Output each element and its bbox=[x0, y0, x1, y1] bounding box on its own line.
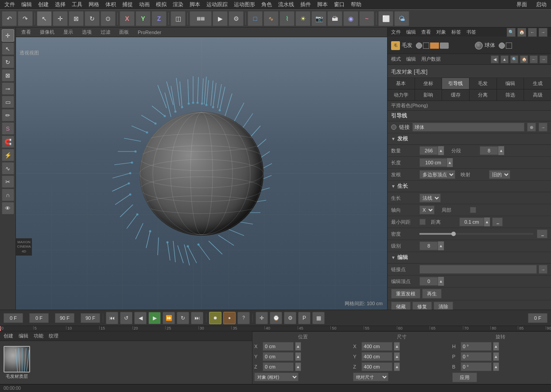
material-item-fur[interactable]: 毛发材质层 bbox=[4, 346, 30, 380]
render-region-button[interactable]: ▦▦ bbox=[190, 11, 212, 26]
rt-view[interactable]: 查看 bbox=[421, 29, 431, 35]
tp-to-start-btn[interactable]: ⏮ bbox=[106, 312, 118, 324]
tab-dynamics[interactable]: 动力学 bbox=[388, 89, 415, 101]
left-rect-btn[interactable]: ▭ bbox=[2, 96, 14, 108]
rt-file[interactable]: 文件 bbox=[391, 29, 401, 35]
menu-mesh[interactable]: 网格 bbox=[86, 0, 102, 9]
rot-p-input[interactable] bbox=[461, 352, 492, 361]
left-scale-btn[interactable]: ⊠ bbox=[2, 69, 14, 82]
attr-nav-left[interactable]: ◀ bbox=[491, 55, 499, 63]
preview-end-input[interactable] bbox=[81, 313, 100, 323]
coord-mode-select[interactable]: 对象 (相对) bbox=[254, 373, 299, 381]
camera-button[interactable]: 📷 bbox=[311, 11, 326, 26]
menu-plugins[interactable]: 插件 bbox=[298, 0, 314, 9]
tp-next-frame-btn[interactable]: ↻ bbox=[177, 312, 189, 324]
distance-up-btn[interactable]: ▲ bbox=[484, 217, 490, 226]
tp-play-fwd-btn[interactable]: ⏩ bbox=[163, 312, 175, 324]
guide-link-arrow-btn[interactable]: → bbox=[539, 123, 547, 132]
left-spline-btn[interactable]: ∿ bbox=[2, 162, 14, 175]
mapping-select[interactable]: 旧的 bbox=[489, 170, 510, 179]
menu-select[interactable]: 选择 bbox=[52, 0, 68, 9]
guide-link-tag-btn[interactable]: ⊕ bbox=[527, 123, 536, 132]
guide-link-input[interactable] bbox=[412, 123, 524, 132]
count-input[interactable] bbox=[420, 148, 438, 153]
rt-object[interactable]: 对象 bbox=[436, 29, 446, 35]
tp-record-btn[interactable]: ⏺ bbox=[209, 312, 221, 324]
size-z-input[interactable] bbox=[361, 362, 392, 371]
density-slider[interactable] bbox=[419, 233, 533, 235]
attr-nav-fwd2[interactable]: → bbox=[539, 55, 547, 63]
tab-coord[interactable]: 坐标 bbox=[415, 78, 442, 89]
direction-select[interactable]: X bbox=[419, 206, 435, 214]
fur-visibility-dot[interactable] bbox=[416, 43, 422, 49]
count-up-btn[interactable]: ▲ bbox=[438, 146, 444, 155]
level-input[interactable] bbox=[420, 243, 438, 248]
left-bridge-btn[interactable]: ∩ bbox=[2, 189, 14, 201]
edit-section[interactable]: ▼ 编辑 bbox=[388, 252, 551, 264]
menu-window[interactable]: 窗口 bbox=[331, 0, 347, 9]
edit-vertex-up-btn[interactable]: ▲ bbox=[438, 277, 444, 286]
floor-button[interactable]: ⬜ bbox=[378, 11, 393, 26]
rot-p-spin[interactable]: ▲ bbox=[493, 352, 499, 361]
rt-nav-back[interactable]: ← bbox=[528, 28, 537, 37]
rt-tag[interactable]: 标签 bbox=[451, 29, 461, 35]
pos-x-spin[interactable]: ▲ bbox=[295, 342, 301, 351]
size-x-spin[interactable]: ▲ bbox=[394, 342, 400, 351]
rt-search-icon[interactable]: 🔍 bbox=[507, 28, 516, 37]
sky-button[interactable]: 🌤 bbox=[394, 11, 409, 26]
object-sphere[interactable]: 球体 bbox=[475, 42, 548, 50]
render-all-button[interactable]: ⚙ bbox=[229, 11, 244, 26]
count-spinner[interactable]: ▲ bbox=[419, 146, 444, 155]
left-paint-btn[interactable]: ✏ bbox=[2, 109, 14, 121]
left-sculpt-btn[interactable]: S bbox=[2, 122, 14, 135]
tab-edit[interactable]: 编辑 bbox=[497, 78, 524, 89]
pos-y-spin[interactable]: ▲ bbox=[295, 352, 301, 361]
attr-edit-tab[interactable]: 编辑 bbox=[406, 56, 416, 62]
tab-filter[interactable]: 筛选 bbox=[497, 89, 524, 101]
tab-separate[interactable]: 分离 bbox=[470, 89, 497, 101]
tab-hair[interactable]: 毛发 bbox=[470, 78, 497, 89]
pos-y-input[interactable] bbox=[263, 352, 294, 361]
edit-vertex-spinner[interactable]: ▲ bbox=[419, 277, 444, 286]
end-frame-input[interactable] bbox=[55, 313, 74, 323]
size-x-input[interactable] bbox=[361, 342, 392, 351]
vp-tab-camera[interactable]: 摄像机 bbox=[38, 28, 56, 36]
vp-tab-panel[interactable]: 面板 bbox=[117, 28, 131, 36]
tp-puppet-btn[interactable]: P bbox=[298, 312, 310, 324]
light-button[interactable]: ☀ bbox=[295, 11, 310, 26]
select-tool-button[interactable]: ↖ bbox=[37, 11, 52, 26]
save-btn[interactable]: 储藏 bbox=[391, 302, 411, 310]
rotate-tool-button[interactable]: ↻ bbox=[85, 11, 100, 26]
distance-dots-btn[interactable]: ... bbox=[492, 217, 503, 226]
spline-button[interactable]: ~ bbox=[359, 11, 374, 26]
vp-tab-filter[interactable]: 过滤 bbox=[99, 28, 112, 36]
length-up-btn[interactable]: ▲ bbox=[446, 158, 453, 167]
left-knife-btn[interactable]: ✂ bbox=[2, 175, 14, 188]
menu-script2[interactable]: 脚本 bbox=[314, 0, 330, 9]
left-eye-btn[interactable]: 👁 bbox=[2, 202, 14, 214]
axis-x-button[interactable]: X bbox=[120, 11, 135, 26]
redo-button[interactable]: ↷ bbox=[18, 11, 33, 26]
tab-cache[interactable]: 缓存 bbox=[442, 89, 470, 101]
mat-tab-edit[interactable]: 编辑 bbox=[19, 333, 28, 339]
tab-generate[interactable]: 生成 bbox=[524, 78, 551, 89]
tp-play-rev-btn[interactable]: ◀ bbox=[134, 312, 147, 324]
seg-input[interactable] bbox=[480, 148, 498, 153]
level-up-btn[interactable]: ▲ bbox=[438, 241, 444, 250]
tab-guide[interactable]: 引导线 bbox=[442, 78, 470, 89]
pos-z-input[interactable] bbox=[263, 362, 294, 371]
menu-character[interactable]: 角色 bbox=[259, 0, 275, 9]
seg-up-btn[interactable]: ▲ bbox=[498, 146, 504, 155]
menu-edit[interactable]: 编辑 bbox=[19, 0, 35, 9]
tp-motion-btn[interactable]: ⚙ bbox=[284, 312, 296, 324]
object-mode-button[interactable]: ◫ bbox=[171, 11, 186, 26]
vp-tab-options[interactable]: 选项 bbox=[80, 28, 93, 36]
sphere-render-dot[interactable] bbox=[506, 43, 512, 49]
attr-nav-back2[interactable]: ← bbox=[530, 55, 538, 63]
vp-tab-prorender[interactable]: ProRender bbox=[136, 29, 163, 36]
tp-help-btn[interactable]: ? bbox=[237, 312, 250, 324]
start-frame-input[interactable] bbox=[29, 313, 49, 323]
left-mirror-btn[interactable]: ⚡ bbox=[2, 149, 14, 161]
rot-b-spin[interactable]: ▲ bbox=[493, 362, 499, 371]
fur-tag-icon[interactable] bbox=[430, 43, 439, 49]
